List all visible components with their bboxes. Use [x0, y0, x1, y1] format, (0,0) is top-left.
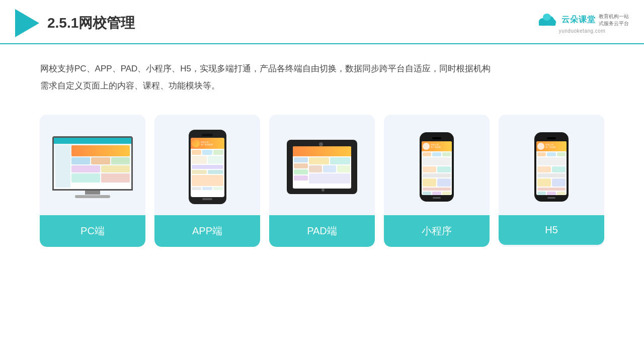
- description-line2: 需求自定义页面上的内容、课程、功能模块等。: [40, 81, 220, 90]
- cards-container: PC端 职途人的第一堂训练课: [0, 105, 644, 262]
- cloud-logo: 云朵课堂 教育机构一站 式服务云平台: [535, 13, 629, 27]
- card-h5[interactable]: 职途人的第一堂训课: [499, 115, 604, 247]
- card-pad-label: PAD端: [269, 215, 375, 247]
- card-miniprogram-label: 小程序: [384, 215, 490, 247]
- logo-triangle-icon: [15, 9, 39, 37]
- card-pad[interactable]: PAD端: [269, 115, 375, 247]
- h5-device-mock: 职途人的第一堂训课: [534, 132, 569, 202]
- svg-point-7: [543, 14, 551, 21]
- svg-rect-6: [539, 22, 555, 26]
- card-pc-label: PC端: [40, 215, 145, 247]
- card-h5-label: H5: [499, 215, 604, 245]
- page-title: 2.5.1网校管理: [47, 14, 135, 33]
- header-right: 云朵课堂 教育机构一站 式服务云平台 yunduoketang.com: [535, 13, 629, 34]
- card-app-label: APP端: [154, 215, 260, 247]
- header: 2.5.1网校管理 云朵课堂 教育机构一站 式服务云平台 yunduoketan…: [0, 0, 644, 44]
- cloud-icon: [535, 13, 558, 27]
- pad-device-mock: [287, 140, 357, 194]
- logo-tagline: 教育机构一站 式服务云平台: [599, 13, 629, 27]
- description-line1: 网校支持PC、APP、PAD、小程序、H5，实现多端打通，产品各终端自由切换，数…: [40, 64, 491, 73]
- logo-name: 云朵课堂: [561, 15, 596, 25]
- description-text: 网校支持PC、APP、PAD、小程序、H5，实现多端打通，产品各终端自由切换，数…: [0, 44, 644, 100]
- card-pc-image: [40, 115, 145, 215]
- card-miniprogram[interactable]: 职途人的第一堂训课: [384, 115, 490, 247]
- app-device-mock: 职途人的第一堂训练课: [189, 130, 226, 204]
- card-h5-image: 职途人的第一堂训课: [499, 115, 604, 215]
- miniprogram-device-mock: 职途人的第一堂训课: [420, 132, 454, 202]
- header-left: 2.5.1网校管理: [15, 9, 135, 37]
- card-pad-image: [269, 115, 375, 215]
- card-app[interactable]: 职途人的第一堂训练课: [154, 115, 260, 247]
- card-pc[interactable]: PC端: [40, 115, 145, 247]
- pc-device-mock: [52, 136, 133, 198]
- card-miniprogram-image: 职途人的第一堂训课: [384, 115, 490, 215]
- card-app-image: 职途人的第一堂训练课: [154, 115, 260, 215]
- logo-url: yunduoketang.com: [559, 28, 606, 34]
